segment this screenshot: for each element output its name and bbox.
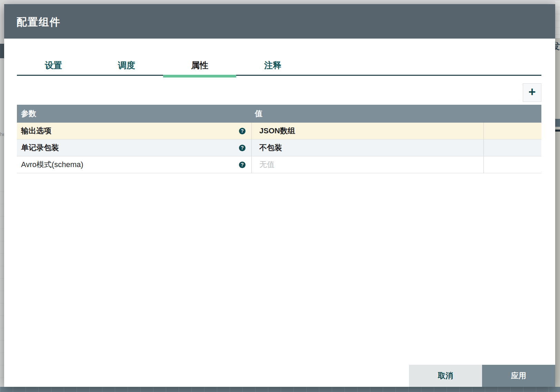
parameter-label: 输出选项: [21, 126, 239, 136]
tab-properties[interactable]: 属性: [163, 54, 236, 76]
parameter-cell: 单记录包装 ?: [17, 140, 251, 156]
configure-component-dialog: 配置组件 设置 调度 属性 注释 + 参数 值 输出选项 ?: [4, 4, 555, 387]
active-tab-indicator: [163, 75, 236, 78]
cancel-button[interactable]: 取消: [409, 365, 482, 387]
parameter-label: 单记录包装: [21, 143, 239, 153]
table-header-row: 参数 值: [17, 105, 541, 123]
dialog-header: 配置组件: [4, 4, 555, 39]
parameter-cell: Avro模式(schema) ?: [17, 156, 251, 173]
tab-settings[interactable]: 设置: [17, 54, 90, 76]
background-processor-fragment: [0, 44, 4, 58]
extra-cell: [483, 123, 541, 139]
extra-cell: [483, 140, 541, 156]
background-line-fragment: [555, 130, 560, 132]
value-cell[interactable]: JSON数组: [251, 123, 483, 139]
column-header-value: 值: [251, 109, 483, 119]
canvas-grid-fragment: [0, 192, 4, 387]
table-row[interactable]: 输出选项 ? JSON数组: [17, 123, 541, 140]
background-list-fragment: [555, 0, 560, 39]
column-header-parameter: 参数: [17, 109, 251, 119]
parameter-cell: 输出选项 ?: [17, 123, 251, 139]
canvas-bottom-strip: [0, 387, 560, 392]
tab-scheduling[interactable]: 调度: [90, 54, 163, 76]
help-icon[interactable]: ?: [239, 128, 246, 134]
tab-properties-label: 属性: [191, 60, 208, 70]
help-icon[interactable]: ?: [239, 162, 246, 168]
background-partial-text: he: [0, 131, 4, 137]
tab-bar: 设置 调度 属性 注释: [17, 54, 541, 76]
canvas-right-sliver: 发: [555, 0, 560, 387]
value-cell[interactable]: 无值: [251, 156, 483, 173]
extra-cell: [483, 156, 541, 173]
background-partial-glyph: 发: [555, 40, 560, 52]
value-cell[interactable]: 不包装: [251, 140, 483, 156]
table-row[interactable]: Avro模式(schema) ? 无值: [17, 156, 541, 173]
properties-table: 参数 值 输出选项 ? JSON数组 单记录包装 ? 不包装: [17, 105, 541, 173]
plus-icon: +: [528, 85, 536, 99]
dialog-title: 配置组件: [4, 4, 555, 29]
dialog-content: 设置 调度 属性 注释 + 参数 值 输出选项 ? JSON数组: [17, 39, 541, 387]
background-band-fragment: [555, 119, 560, 127]
table-row[interactable]: 单记录包装 ? 不包装: [17, 140, 541, 156]
tab-comments[interactable]: 注释: [236, 54, 309, 76]
apply-button[interactable]: 应用: [482, 365, 555, 387]
help-icon[interactable]: ?: [239, 145, 246, 151]
parameter-label: Avro模式(schema): [21, 159, 239, 170]
canvas-left-sliver: he: [0, 0, 4, 387]
add-property-button[interactable]: +: [523, 83, 541, 102]
